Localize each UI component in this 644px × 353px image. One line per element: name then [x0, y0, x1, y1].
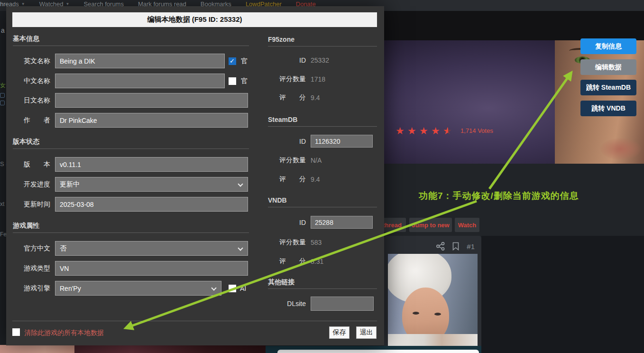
page-fragment-text: a	[1, 27, 5, 34]
section-divider	[268, 288, 377, 289]
steamdb-id-row: ID	[6, 135, 384, 148]
update-date-input[interactable]	[55, 197, 248, 212]
page-fragment-text: Fe	[0, 231, 7, 238]
clear-all-data-label: 清除此游戏的所有本地数据	[24, 329, 104, 337]
goto-vndb-button[interactable]: 跳转 VNDB	[580, 101, 636, 116]
post-image	[388, 254, 478, 347]
share-icon[interactable]	[436, 242, 445, 251]
face-lips	[600, 138, 641, 160]
vndb-id-label: ID	[268, 219, 306, 226]
engine-select[interactable]: Ren'Py	[55, 281, 221, 296]
watch-button[interactable]: Watch	[455, 218, 479, 232]
f95-votes-label: 评分数量	[268, 75, 306, 84]
thread-star-rating: ★ ★ ★ ★ ★★ 1,714 Votes	[396, 124, 493, 137]
section-title-f95zone: F95zone	[268, 36, 294, 43]
f95-votes-row: 评分数量 1718	[6, 73, 384, 85]
field-row-update-date: 更新时间	[6, 197, 384, 212]
vndb-votes-value: 583	[311, 239, 322, 246]
star-icon: ★	[431, 126, 441, 136]
annotation-text: 功能7：手动修改/删除当前游戏的信息	[419, 190, 579, 202]
engine-value: Ren'Py	[60, 285, 81, 292]
vndb-id-input[interactable]	[311, 216, 373, 229]
f95-rating-label: 评 分	[268, 93, 306, 102]
quote-box-edge	[277, 350, 479, 353]
star-icon: ★	[407, 126, 417, 136]
votes-count: 1,714 Votes	[460, 127, 493, 134]
update-date-label: 更新时间	[24, 200, 50, 209]
section-title-other-links: 其他链接	[268, 278, 294, 287]
clear-all-data-checkbox[interactable]	[12, 328, 20, 336]
vndb-rating-row: 评 分 8.31	[6, 255, 384, 268]
page-background-lower	[481, 236, 644, 353]
page-fragment-icon	[0, 101, 5, 105]
vndb-rating-value: 8.31	[311, 258, 323, 265]
author-label: 作 者	[24, 116, 50, 125]
banner-top-shadow	[384, 11, 644, 40]
section-divider	[13, 232, 249, 233]
section-title-steamdb: SteamDB	[268, 116, 297, 123]
copy-info-button[interactable]: 复制信息	[580, 38, 636, 54]
chevron-down-icon	[211, 285, 216, 290]
vndb-id-row: ID	[6, 216, 384, 229]
steamdb-rating-label: 评 分	[268, 175, 306, 184]
dialog-title: 编辑本地数据 (F95 ID: 25332)	[12, 12, 377, 27]
exit-button[interactable]: 退出	[356, 326, 377, 339]
post-eye	[413, 312, 419, 315]
engine-ai-label: AI	[240, 285, 246, 292]
f95-id-value: 25332	[311, 56, 329, 64]
steamdb-rating-value: 9.4	[311, 176, 320, 183]
post-eye	[434, 313, 441, 316]
page-fragment-icon	[0, 93, 5, 98]
steamdb-votes-value: N/A	[311, 157, 322, 164]
chevron-down-icon: ▼	[66, 2, 70, 6]
section-divider	[13, 46, 249, 46]
goto-steamdb-button[interactable]: 跳转 SteamDB	[580, 80, 636, 95]
post-card: #1	[384, 236, 481, 347]
f95-rating-value: 9.4	[311, 94, 320, 102]
jump-to-new-button[interactable]: Jump to new	[409, 218, 452, 232]
edit-local-data-dialog: 编辑本地数据 (F95 ID: 25332) 基本信息 英文名称 官 中文名称 …	[6, 6, 384, 345]
dlsite-row: DLsite	[6, 297, 384, 311]
f95-id-label: ID	[268, 56, 306, 64]
engine-ai-checkbox[interactable]	[229, 285, 236, 292]
page-fragment-text: xt	[0, 201, 4, 207]
page-fragment-text: 女	[0, 82, 6, 90]
steamdb-rating-row: 评 分 9.4	[6, 173, 384, 186]
chevron-down-icon: ▼	[21, 2, 25, 6]
screen: hreads▼ Watched▼ Search forums Mark foru…	[0, 0, 644, 353]
edit-data-button[interactable]: 编辑数据	[580, 59, 636, 75]
engine-label: 游戏引擎	[24, 284, 50, 293]
post-number[interactable]: #1	[467, 242, 475, 251]
bottom-image-fragment	[0, 345, 74, 353]
f95-rating-row: 评 分 9.4	[6, 92, 384, 104]
section-divider	[13, 149, 249, 149]
steamdb-id-label: ID	[268, 138, 306, 145]
steamdb-votes-row: 评分数量 N/A	[6, 154, 384, 167]
author-input[interactable]	[55, 113, 248, 128]
sweater-artwork	[388, 334, 478, 347]
steamdb-id-input[interactable]	[311, 135, 373, 148]
section-divider	[268, 207, 377, 207]
f95-votes-value: 1718	[311, 75, 325, 83]
dlsite-input[interactable]	[311, 297, 374, 311]
star-half-icon: ★★	[443, 126, 453, 136]
star-icon: ★	[419, 126, 429, 136]
section-divider	[268, 46, 377, 46]
footer-divider	[12, 321, 377, 321]
section-divider	[268, 126, 377, 127]
section-title-basic-info: 基本信息	[13, 35, 39, 43]
save-button[interactable]: 保存	[329, 326, 350, 339]
field-row-author: 作 者	[6, 113, 384, 128]
f95-id-row: ID 25332	[6, 54, 384, 66]
section-title-vndb: VNDB	[268, 196, 287, 204]
bookmark-icon[interactable]	[452, 242, 459, 251]
vndb-votes-label: 评分数量	[268, 238, 306, 247]
star-icon: ★	[396, 126, 405, 136]
vndb-votes-row: 评分数量 583	[6, 236, 384, 249]
steamdb-votes-label: 评分数量	[268, 156, 306, 165]
dlsite-label: DLsite	[268, 300, 306, 307]
bottom-image-fragment	[74, 345, 266, 353]
vndb-rating-label: 评 分	[268, 257, 306, 266]
